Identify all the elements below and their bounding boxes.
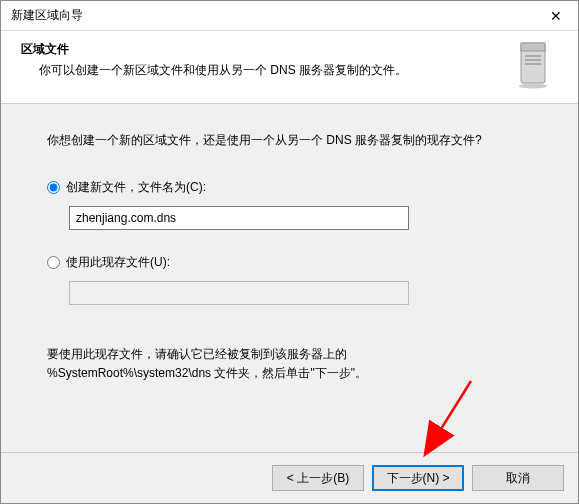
close-icon: ✕ [550,8,562,24]
close-button[interactable]: ✕ [533,1,578,31]
svg-rect-1 [521,43,545,51]
option-create-new-label: 创建新文件，文件名为(C): [66,179,206,196]
header-heading: 区域文件 [21,41,508,58]
window-title: 新建区域向导 [11,7,533,24]
svg-rect-4 [525,63,541,65]
back-button[interactable]: < 上一步(B) [272,465,364,491]
prompt-text: 你想创建一个新的区域文件，还是使用一个从另一个 DNS 服务器复制的现存文件? [47,132,532,149]
header-text: 区域文件 你可以创建一个新区域文件和使用从另一个 DNS 服务器复制的文件。 [21,41,508,89]
server-icon [508,41,558,89]
option-use-existing-label: 使用此现存文件(U): [66,254,170,271]
next-button[interactable]: 下一步(N) > [372,465,464,491]
wizard-dialog: 新建区域向导 ✕ 区域文件 你可以创建一个新区域文件和使用从另一个 DNS 服务… [0,0,579,504]
footer: < 上一步(B) 下一步(N) > 取消 [1,452,578,503]
titlebar: 新建区域向导 ✕ [1,1,578,31]
svg-point-5 [519,84,547,89]
radio-create-new[interactable] [47,181,60,194]
option-create-new[interactable]: 创建新文件，文件名为(C): [47,179,532,196]
header: 区域文件 你可以创建一个新区域文件和使用从另一个 DNS 服务器复制的文件。 [1,31,578,104]
cancel-button[interactable]: 取消 [472,465,564,491]
note-text: 要使用此现存文件，请确认它已经被复制到该服务器上的 %SystemRoot%\s… [47,345,532,383]
option-use-existing[interactable]: 使用此现存文件(U): [47,254,532,271]
note-line2: %SystemRoot%\system32\dns 文件夹，然后单击"下一步"。 [47,364,532,383]
existing-filename-input [69,281,409,305]
new-filename-input[interactable] [69,206,409,230]
body: 你想创建一个新的区域文件，还是使用一个从另一个 DNS 服务器复制的现存文件? … [1,104,578,452]
radio-use-existing[interactable] [47,256,60,269]
header-sub: 你可以创建一个新区域文件和使用从另一个 DNS 服务器复制的文件。 [39,62,508,79]
svg-rect-3 [525,59,541,61]
note-line1: 要使用此现存文件，请确认它已经被复制到该服务器上的 [47,345,532,364]
svg-rect-2 [525,55,541,57]
